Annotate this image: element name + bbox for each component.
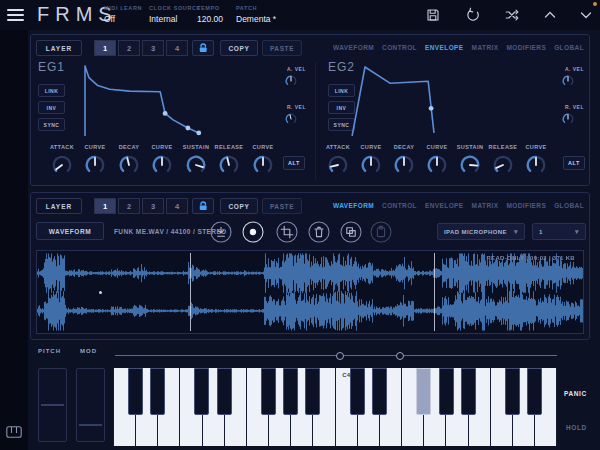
a-vel-knob-eg1[interactable] — [284, 74, 298, 92]
chevron-down-icon[interactable] — [578, 7, 594, 23]
duplicate-icon[interactable] — [340, 221, 362, 243]
black-key-C#4[interactable] — [350, 368, 365, 415]
crop-icon[interactable] — [276, 221, 298, 243]
layer-button-4[interactable]: 4 — [166, 198, 188, 214]
waveform-section-button[interactable]: WAVEFORM — [36, 222, 104, 240]
alt-button-eg2[interactable]: ALT — [563, 156, 585, 170]
black-key-A#3[interactable] — [305, 368, 320, 415]
record-icon[interactable] — [242, 221, 264, 243]
sync-toggle-eg1[interactable]: SYNC — [38, 118, 65, 131]
tab-matrix-2[interactable]: MATRIX — [472, 202, 499, 209]
black-key-A#2[interactable] — [150, 368, 165, 415]
clock-source-label: CLOCK SOURCE — [149, 5, 201, 11]
input-source-select[interactable]: IPAD MICROPHONE ▾ — [437, 223, 525, 240]
copy-button-2[interactable]: COPY — [220, 198, 258, 214]
channel-select[interactable]: 1 ▾ — [532, 223, 586, 240]
black-key-G#4[interactable] — [439, 368, 454, 415]
black-key-D#3[interactable] — [217, 368, 232, 415]
mod-wheel[interactable] — [76, 368, 105, 442]
inv-toggle-eg1[interactable]: INV — [38, 101, 65, 114]
clock-source-field[interactable]: CLOCK SOURCE Internal — [149, 5, 201, 24]
tab-envelope-2[interactable]: ENVELOPE — [425, 202, 464, 209]
undo-icon[interactable] — [465, 7, 481, 23]
sustain-knob-eg1[interactable] — [184, 153, 208, 181]
tab-matrix-1[interactable]: MATRIX — [472, 44, 499, 51]
layer-button-3[interactable]: 3 — [142, 40, 164, 56]
release-knob-eg1[interactable] — [217, 153, 241, 181]
tab-envelope-1[interactable]: ENVELOPE — [425, 44, 464, 51]
black-key-F#3[interactable] — [261, 368, 276, 415]
layer-button-1[interactable]: 1 — [94, 40, 116, 56]
copy-button-1[interactable]: COPY — [220, 40, 258, 56]
lock-button-1[interactable] — [192, 40, 214, 56]
tab-control-1[interactable]: CONTROL — [382, 44, 417, 51]
decay-knob-eg1[interactable] — [117, 153, 141, 181]
range-handle-1[interactable] — [336, 352, 344, 360]
r-vel-knob-eg1[interactable] — [284, 112, 298, 130]
tab-modifiers-2[interactable]: MODIFIERS — [506, 202, 546, 209]
midi-learn-field[interactable]: MIDI LEARN Off — [104, 5, 142, 24]
curve-knob-eg1[interactable] — [83, 153, 107, 181]
curve-knob-eg1[interactable] — [251, 153, 275, 181]
midi-learn-label: MIDI LEARN — [104, 5, 142, 11]
curve-knob-eg2[interactable] — [359, 153, 383, 181]
lock-button-2[interactable] — [192, 198, 214, 214]
attack-knob-eg1[interactable] — [50, 153, 74, 181]
tab-global-2[interactable]: GLOBAL — [554, 202, 584, 209]
tab-waveform-2[interactable]: WAVEFORM — [333, 202, 374, 209]
layer-button-3[interactable]: 3 — [142, 198, 164, 214]
delete-icon[interactable] — [308, 221, 330, 243]
save-icon[interactable] — [425, 7, 441, 23]
keyboard-toggle-icon[interactable] — [6, 424, 22, 442]
import-icon[interactable] — [210, 221, 232, 243]
eg1-envelope-graph[interactable] — [80, 63, 278, 136]
black-key-C#5[interactable] — [505, 368, 520, 415]
waveform-marker-1[interactable] — [190, 253, 191, 331]
eg2-envelope-graph[interactable] — [345, 63, 553, 136]
curve-knob-label-eg1: CURVE — [78, 144, 112, 150]
tab-control-2[interactable]: CONTROL — [382, 202, 417, 209]
patch-field[interactable]: PATCH Dementa * — [236, 5, 276, 24]
paste-icon[interactable] — [370, 221, 392, 243]
tempo-field[interactable]: TEMPO 120.00 — [197, 5, 223, 24]
random-icon[interactable] — [504, 7, 520, 23]
curve-knob-label-eg2: CURVE — [420, 144, 454, 150]
chevron-up-icon[interactable] — [542, 7, 558, 23]
menu-icon[interactable] — [7, 9, 24, 21]
a-vel-knob-eg2[interactable] — [561, 74, 575, 92]
waveform-canvas[interactable] — [37, 251, 583, 333]
attack-knob-eg2[interactable] — [326, 153, 350, 181]
decay-knob-eg2[interactable] — [392, 153, 416, 181]
layer-button-4[interactable]: 4 — [166, 40, 188, 56]
layer-button-2[interactable]: 2 — [118, 40, 140, 56]
range-handle-2[interactable] — [396, 352, 404, 360]
paste-button-2[interactable]: PASTE — [262, 198, 302, 214]
black-key-F#4-pressed[interactable] — [416, 368, 431, 415]
r-vel-knob-eg2[interactable] — [561, 112, 575, 130]
black-key-G#3[interactable] — [283, 368, 298, 415]
curve-knob-eg1[interactable] — [150, 153, 174, 181]
black-key-G#2[interactable] — [128, 368, 143, 415]
layer-button-1[interactable]: 1 — [94, 198, 116, 214]
release-knob-eg2[interactable] — [491, 153, 515, 181]
curve-knob-label-eg1: CURVE — [145, 144, 179, 150]
black-key-A#4[interactable] — [461, 368, 476, 415]
layer-button-2[interactable]: 2 — [118, 198, 140, 214]
pitch-wheel[interactable] — [38, 368, 67, 442]
panic-button[interactable]: PANIC — [564, 390, 587, 397]
sustain-knob-eg2[interactable] — [458, 153, 482, 181]
paste-button-1[interactable]: PASTE — [262, 40, 302, 56]
black-key-D#5[interactable] — [527, 368, 542, 415]
black-key-C#3[interactable] — [194, 368, 209, 415]
alt-button-eg1[interactable]: ALT — [283, 156, 305, 170]
tab-modifiers-1[interactable]: MODIFIERS — [506, 44, 546, 51]
tab-waveform-1[interactable]: WAVEFORM — [333, 44, 374, 51]
waveform-display[interactable]: READ-ONLY | 00:02 | 371 KB — [36, 250, 584, 334]
curve-knob-eg2[interactable] — [425, 153, 449, 181]
hold-button[interactable]: HOLD — [566, 424, 587, 431]
waveform-marker-2[interactable] — [434, 253, 435, 331]
curve-knob-eg2[interactable] — [524, 153, 548, 181]
tab-global-1[interactable]: GLOBAL — [554, 44, 584, 51]
link-toggle-eg1[interactable]: LINK — [38, 84, 65, 97]
black-key-D#4[interactable] — [372, 368, 387, 415]
